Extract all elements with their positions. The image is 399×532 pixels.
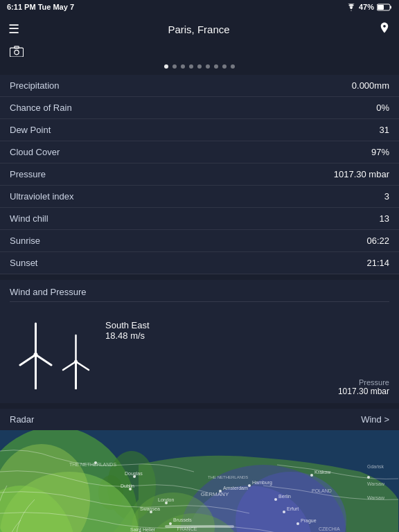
svg-rect-5 (15, 46, 19, 48)
status-bar: 6:11 PM Tue May 7 47% (0, 0, 399, 14)
svg-rect-1 (390, 6, 391, 8)
wifi-icon (346, 3, 356, 11)
row-value: 1017.30 mbar (334, 169, 389, 179)
table-row: Chance of Rain 0% (0, 97, 399, 119)
row-label: Chance of Rain (10, 103, 72, 113)
table-row: Wind chill 13 (0, 208, 399, 230)
dot-8 (231, 64, 235, 69)
table-row: Cloud Cover 97% (0, 141, 399, 163)
row-label: Sunset (10, 258, 37, 268)
svg-text:Amsterdam: Amsterdam (223, 486, 248, 490)
radar-header: Radar Wind > (0, 409, 399, 430)
svg-line-14 (76, 362, 89, 370)
battery-percent: 47% (359, 3, 374, 11)
status-indicators: 47% (346, 3, 392, 11)
svg-text:Swansea: Swansea (140, 506, 160, 511)
turbine-2 (60, 327, 91, 389)
row-label: Dew Point (10, 125, 51, 135)
battery-icon (377, 3, 392, 11)
row-value: 3 (384, 191, 389, 202)
svg-point-56 (296, 522, 299, 525)
wind-content: South East 18.48 m/s Pressure 1017.30 mb… (10, 306, 389, 396)
radar-title: Radar (10, 414, 34, 425)
svg-point-15 (74, 360, 78, 364)
location-button[interactable] (378, 21, 391, 37)
row-label: Sunrise (10, 236, 40, 246)
table-row: Sunrise 06:22 (0, 230, 399, 252)
svg-line-8 (20, 355, 36, 365)
radar-section: Radar Wind > (0, 409, 399, 532)
svg-rect-11 (75, 362, 77, 389)
row-value: 97% (371, 147, 389, 157)
svg-point-4 (15, 50, 19, 54)
svg-text:CZECHIA: CZECHIA (319, 526, 340, 531)
dot-2 (181, 64, 185, 69)
dot-1 (172, 64, 177, 69)
row-label: Pressure (10, 169, 46, 179)
camera-icon[interactable] (10, 46, 24, 60)
row-value: 0.000mm (352, 80, 389, 91)
radar-svg: GERMANY FRANCE AUSTRIA CZECHIA SLOVENIA … (0, 430, 399, 532)
svg-text:GERMANY: GERMANY (201, 491, 229, 497)
nav-title: Paris, France (19, 24, 378, 35)
svg-point-74 (310, 474, 313, 477)
page-dots (0, 61, 399, 75)
row-value: 31 (380, 125, 389, 135)
svg-text:Warsaw: Warsaw (367, 495, 385, 500)
svg-text:Krakow: Krakow (314, 470, 331, 475)
row-label: Ultraviolet index (10, 191, 74, 202)
wind-pressure-title: Wind and Pressure (10, 287, 389, 302)
row-label: Precipitation (10, 80, 60, 91)
svg-point-50 (248, 484, 251, 487)
dot-0 (164, 64, 168, 69)
pressure-value: 1017.30 mbar (338, 387, 389, 396)
status-time: 6:11 PM Tue May 7 (7, 3, 74, 11)
wind-link[interactable]: Wind > (361, 414, 389, 425)
row-value: 13 (380, 213, 389, 224)
svg-line-13 (63, 362, 76, 370)
svg-point-54 (283, 511, 285, 513)
svg-text:Saint Helier: Saint Helier (130, 527, 156, 532)
wind-info: South East 18.48 m/s (105, 313, 150, 341)
svg-rect-2 (378, 5, 384, 10)
menu-button[interactable]: ☰ (8, 21, 19, 37)
svg-text:THE NETHERLANDS: THE NETHERLANDS (69, 462, 116, 467)
svg-text:POLAND: POLAND (312, 488, 332, 493)
svg-line-9 (36, 355, 52, 365)
dot-7 (222, 64, 227, 69)
svg-text:Dublin: Dublin (121, 484, 134, 488)
svg-text:Prague: Prague (301, 518, 317, 524)
svg-rect-3 (10, 48, 23, 57)
svg-text:Brussels: Brussels (173, 517, 192, 522)
svg-point-48 (219, 490, 222, 493)
svg-text:London: London (158, 497, 174, 502)
svg-text:Berlin: Berlin (278, 494, 291, 499)
svg-point-76 (367, 476, 370, 479)
radar-map[interactable]: GERMANY FRANCE AUSTRIA CZECHIA SLOVENIA … (0, 430, 399, 532)
table-row: Sunset 21:14 (0, 252, 399, 274)
row-label: Cloud Cover (10, 147, 60, 157)
svg-text:Hamburg: Hamburg (252, 480, 272, 486)
svg-point-52 (274, 498, 277, 501)
table-row: Pressure 1017.30 mbar (0, 163, 399, 186)
wind-pressure-panel: Wind and Pressure South East (0, 280, 399, 403)
weather-table: Precipitation 0.000mm Chance of Rain 0% … (0, 75, 399, 274)
wind-turbines (17, 313, 91, 389)
svg-text:THE NETHERLANDS: THE NETHERLANDS (208, 475, 248, 479)
row-label: Wind chill (10, 213, 48, 224)
row-value: 21:14 (366, 258, 389, 268)
svg-text:Gdańsk: Gdańsk (367, 464, 384, 469)
svg-rect-6 (35, 355, 37, 389)
table-row: Dew Point 31 (0, 119, 399, 141)
row-value: 0% (376, 103, 389, 113)
row-value: 06:22 (366, 236, 389, 246)
svg-text:Erfurt: Erfurt (287, 506, 299, 511)
table-row: Precipitation 0.000mm (0, 75, 399, 97)
wind-speed: 18.48 m/s (105, 330, 150, 341)
dot-6 (214, 64, 218, 69)
nav-bar: ☰ Paris, France (0, 14, 399, 44)
wind-direction: South East (105, 320, 150, 330)
dot-4 (197, 64, 202, 69)
dot-5 (206, 64, 210, 69)
home-indicator (165, 525, 234, 528)
